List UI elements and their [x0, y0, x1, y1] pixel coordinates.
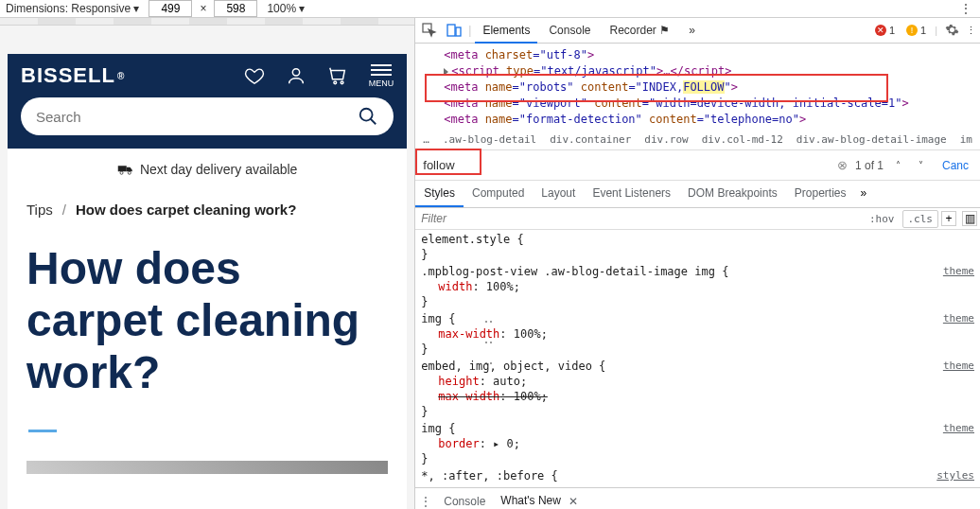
- site-logo[interactable]: BISSELL®: [21, 63, 125, 88]
- find-cancel-button[interactable]: Canc: [936, 159, 974, 172]
- styles-rules[interactable]: element.style { } theme .mpblog-post-vie…: [415, 230, 980, 487]
- source-link[interactable]: theme: [943, 359, 974, 374]
- stab-more[interactable]: »: [855, 181, 873, 207]
- dom-tree[interactable]: <meta charset="utf-8"> <script type="tex…: [415, 44, 980, 130]
- width-input[interactable]: [149, 0, 192, 17]
- menu-button[interactable]: MENU: [369, 64, 394, 88]
- settings-icon[interactable]: [943, 23, 960, 39]
- search-bar[interactable]: [21, 97, 394, 135]
- breadcrumb-home[interactable]: Tips: [26, 202, 53, 218]
- title-underline: [28, 430, 57, 432]
- source-link[interactable]: theme: [943, 264, 974, 279]
- device-toolbar: Dimensions: Responsive ▾ × 100% ▾ ⋮: [0, 0, 980, 18]
- stab-listeners[interactable]: Event Listeners: [584, 181, 679, 207]
- dom-breadcrumb[interactable]: … .aw-blog-detail div.container div.row …: [415, 130, 980, 150]
- svg-rect-9: [447, 25, 455, 36]
- svg-point-0: [292, 69, 299, 76]
- device-toggle-icon[interactable]: [444, 20, 464, 41]
- delivery-banner: Next day delivery available: [8, 149, 407, 190]
- svg-line-4: [371, 119, 376, 125]
- clear-search-icon[interactable]: ⊗: [837, 158, 848, 172]
- style-panel-icon[interactable]: ▥: [962, 211, 977, 226]
- svg-point-2: [341, 81, 343, 84]
- search-icon[interactable]: [358, 106, 378, 127]
- logo-text: BISSELL: [21, 63, 115, 88]
- menu-label: MENU: [369, 79, 394, 88]
- tab-more[interactable]: »: [681, 18, 703, 44]
- ruler: [0, 18, 414, 26]
- source-link[interactable]: theme: [943, 421, 974, 436]
- height-input[interactable]: [214, 0, 257, 17]
- page-title: How does carpet cleaning work?: [8, 218, 407, 409]
- find-prev-icon[interactable]: ˄: [891, 160, 906, 170]
- svg-rect-5: [118, 166, 127, 171]
- cart-icon[interactable]: [327, 65, 348, 86]
- drawer-tab-console[interactable]: Console: [436, 489, 493, 509]
- stab-layout[interactable]: Layout: [533, 181, 584, 207]
- drawer-tab-whatsnew[interactable]: What's New: [493, 488, 569, 509]
- error-badge[interactable]: ✕1: [872, 25, 898, 36]
- delivery-text: Next day delivery available: [140, 162, 298, 177]
- svg-rect-10: [456, 27, 461, 36]
- page-viewport: BISSELL®: [0, 18, 414, 509]
- zoom-selector[interactable]: 100% ▾: [267, 2, 305, 15]
- stab-styles[interactable]: Styles: [415, 181, 464, 207]
- find-bar: ⊗ 1 of 1 ˄ ˅ Canc: [415, 150, 980, 181]
- logo-reg: ®: [117, 71, 125, 81]
- stab-computed[interactable]: Computed: [464, 181, 533, 207]
- styles-filter-input[interactable]: [415, 208, 865, 229]
- heart-icon[interactable]: [244, 65, 265, 86]
- styles-filter-row: :hov .cls + ▥: [415, 208, 980, 230]
- devtools-menu-icon[interactable]: ⋮: [966, 25, 976, 37]
- tab-recorder[interactable]: Recorder ⚑: [602, 18, 677, 44]
- svg-point-7: [128, 171, 131, 174]
- warning-badge[interactable]: !1: [903, 25, 929, 36]
- device-menu-icon[interactable]: ⋮: [957, 1, 974, 16]
- tab-console[interactable]: Console: [541, 18, 598, 44]
- stab-props[interactable]: Properties: [786, 181, 855, 207]
- close-icon[interactable]: ✕: [565, 495, 582, 508]
- devtools-panel: | Elements Console Recorder ⚑ » ✕1 !1 | …: [414, 18, 980, 509]
- hov-toggle[interactable]: :hov: [865, 211, 900, 227]
- truck-icon: [117, 163, 134, 176]
- add-rule-icon[interactable]: +: [941, 211, 956, 226]
- drawer-menu-icon[interactable]: ⋮: [415, 495, 436, 508]
- site-header: BISSELL®: [8, 54, 407, 149]
- styles-tabs: Styles Computed Layout Event Listeners D…: [415, 181, 980, 208]
- dimensions-selector[interactable]: Dimensions: Responsive ▾: [6, 2, 139, 15]
- hamburger-icon: [371, 64, 392, 76]
- cls-toggle[interactable]: .cls: [902, 210, 939, 228]
- tab-elements[interactable]: Elements: [475, 18, 537, 44]
- devtools-header: | Elements Console Recorder ⚑ » ✕1 !1 | …: [415, 18, 980, 44]
- find-next-icon[interactable]: ˅: [914, 160, 929, 170]
- source-link[interactable]: theme: [943, 311, 974, 326]
- user-icon[interactable]: [286, 65, 306, 86]
- breadcrumb: Tips / How does carpet cleaning work?: [8, 190, 407, 218]
- find-count: 1 of 1: [855, 159, 884, 172]
- breadcrumb-current: How does carpet cleaning work?: [76, 202, 296, 218]
- search-input[interactable]: [36, 109, 358, 125]
- drawer: ⋮ Console What's New ✕ Highlights from t…: [415, 487, 980, 509]
- svg-point-3: [360, 109, 373, 121]
- inspect-icon[interactable]: [419, 20, 440, 41]
- article-image: [26, 461, 388, 474]
- svg-point-1: [334, 81, 337, 84]
- dimension-times: ×: [200, 2, 206, 15]
- stab-dom-bp[interactable]: DOM Breakpoints: [679, 181, 786, 207]
- source-link[interactable]: styles: [936, 468, 974, 483]
- breadcrumb-sep: /: [62, 202, 66, 218]
- svg-point-6: [120, 171, 123, 174]
- find-input[interactable]: [421, 154, 830, 176]
